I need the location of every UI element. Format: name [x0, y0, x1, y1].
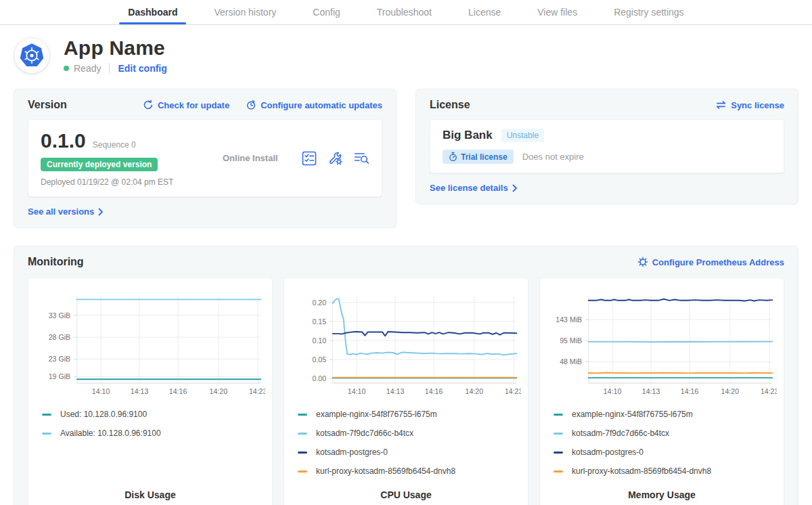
legend-color-dash	[554, 433, 563, 435]
tab-label: License	[468, 7, 501, 18]
license-card: License Sync license Big Bank Unstable	[415, 89, 798, 204]
app-title-block: App Name Ready Edit config	[64, 37, 167, 74]
sync-license-label: Sync license	[731, 100, 784, 110]
app-name: App Name	[64, 37, 167, 60]
legend-color-dash	[42, 433, 51, 435]
tab-dashboard[interactable]: Dashboard	[110, 0, 196, 24]
legend-color-dash	[298, 452, 307, 454]
legend-label: kotsadm-7f9dc7d66c-b4tcx	[572, 429, 669, 438]
version-card-actions: Check for update Configure automatic upd…	[143, 100, 382, 110]
status-text: Ready	[74, 63, 101, 74]
chevron-right-icon	[98, 208, 104, 216]
configure-prometheus-link[interactable]: Configure Prometheus Address	[637, 257, 784, 267]
currently-deployed-badge: Currently deployed version	[41, 158, 158, 171]
kubernetes-app-icon	[14, 37, 50, 74]
tab-label: Troubleshoot	[377, 7, 432, 18]
svg-text:14:16: 14:16	[681, 387, 699, 395]
legend-label: kotsadm-7f9dc7d66c-b4tcx	[316, 429, 413, 438]
license-panel: Big Bank Unstable Trial license Does not…	[430, 119, 784, 173]
svg-text:23 GiB: 23 GiB	[49, 355, 70, 363]
disk-usage-title: Disk Usage	[35, 485, 265, 505]
memory-usage-title: Memory Usage	[547, 485, 777, 505]
see-all-versions-label: See all versions	[28, 206, 94, 217]
tab-label: View files	[537, 7, 577, 18]
legend-item: example-nginx-54f8f76755-l675m	[298, 410, 521, 419]
legend-label: kotsadm-postgres-0	[316, 447, 388, 457]
svg-text:14:13: 14:13	[386, 387, 405, 395]
svg-text:95 MiB: 95 MiB	[560, 336, 582, 345]
tab-config[interactable]: Config	[294, 0, 358, 24]
see-license-details-link[interactable]: See license details	[430, 183, 518, 193]
install-type-label: Online Install	[193, 153, 302, 163]
legend-item: Used: 10.128.0.96:9100	[42, 410, 265, 419]
schedule-update-icon	[246, 100, 256, 110]
top-nav: Dashboard Version history Config Trouble…	[0, 0, 812, 25]
status-dot	[64, 66, 69, 71]
legend-color-dash	[298, 433, 307, 435]
svg-text:143 MiB: 143 MiB	[556, 315, 582, 324]
version-card-title: Version	[28, 99, 67, 111]
memory-usage-chart: 14:1014:1314:1614:2014:23143 MiB95 MiB48…	[547, 288, 777, 403]
monitoring-card: Monitoring Configure Prometheus Address	[14, 246, 798, 505]
see-license-details-label: See license details	[430, 183, 508, 193]
tab-license[interactable]: License	[450, 0, 519, 24]
sync-license-link[interactable]: Sync license	[715, 100, 784, 110]
tab-label: Dashboard	[128, 7, 177, 18]
svg-text:14:23: 14:23	[505, 387, 521, 395]
legend-item: kurl-proxy-kotsadm-8569fb6454-dnvh8	[554, 466, 777, 476]
svg-text:14:23: 14:23	[249, 387, 265, 395]
tab-registry-settings[interactable]: Registry settings	[595, 0, 702, 24]
tab-troubleshoot[interactable]: Troubleshoot	[359, 0, 450, 24]
legend-item: kotsadm-postgres-0	[554, 447, 777, 457]
svg-text:14:20: 14:20	[466, 387, 484, 395]
configure-automatic-updates-link[interactable]: Configure automatic updates	[246, 100, 382, 110]
tab-version-history[interactable]: Version history	[196, 0, 294, 24]
configure-automatic-updates-label: Configure automatic updates	[261, 100, 382, 110]
tab-view-files[interactable]: View files	[519, 0, 595, 24]
legend-label: kurl-proxy-kotsadm-8569fb6454-dnvh8	[572, 466, 711, 476]
svg-text:14:23: 14:23	[761, 387, 777, 395]
configure-prometheus-label: Configure Prometheus Address	[652, 257, 784, 267]
chevron-right-icon	[512, 184, 518, 192]
svg-text:14:13: 14:13	[642, 387, 660, 395]
license-card-title: License	[430, 99, 470, 111]
svg-text:33 GiB: 33 GiB	[49, 311, 70, 320]
legend-color-dash	[554, 452, 563, 454]
trial-license-badge: Trial license	[443, 150, 514, 164]
monitoring-title: Monitoring	[28, 256, 84, 268]
tab-label: Registry settings	[614, 7, 683, 18]
version-card-header: Version Check for update	[28, 99, 382, 111]
refresh-icon	[143, 100, 154, 110]
svg-text:14:10: 14:10	[604, 387, 622, 395]
license-card-header: License Sync license	[430, 99, 784, 111]
version-card: Version Check for update	[14, 89, 397, 228]
svg-text:14:20: 14:20	[721, 387, 740, 395]
edit-config-icon[interactable]	[328, 150, 343, 166]
svg-text:0.00: 0.00	[313, 374, 327, 382]
tab-label: Version history	[214, 7, 276, 18]
cpu-usage-chart-card: 14:1014:1314:1614:2014:230.200.150.100.0…	[284, 278, 528, 505]
svg-text:14:16: 14:16	[425, 387, 443, 395]
legend-label: example-nginx-54f8f76755-l675m	[316, 410, 437, 419]
svg-text:0.20: 0.20	[313, 299, 327, 307]
charts-row: 14:1014:1314:1614:2014:2333 GiB28 GiB23 …	[28, 278, 784, 505]
svg-text:0.05: 0.05	[313, 355, 327, 364]
chart-svg: 14:1014:1314:1614:2014:23143 MiB95 MiB48…	[547, 288, 777, 403]
check-for-update-link[interactable]: Check for update	[143, 100, 229, 110]
view-logs-icon[interactable]	[354, 151, 369, 165]
svg-text:14:10: 14:10	[92, 387, 110, 395]
legend-label: example-nginx-54f8f76755-l675m	[572, 410, 693, 419]
dashboard-page: App Name Ready Edit config Version	[0, 37, 812, 505]
legend-item: example-nginx-54f8f76755-l675m	[554, 410, 777, 419]
svg-text:0.15: 0.15	[313, 317, 327, 326]
preflight-checks-icon[interactable]	[302, 151, 317, 166]
edit-config-link[interactable]: Edit config	[118, 63, 166, 74]
legend-color-dash	[298, 470, 307, 473]
svg-text:0.10: 0.10	[313, 336, 327, 345]
legend-color-dash	[298, 414, 307, 416]
version-action-icons	[302, 150, 369, 166]
legend-label: Used: 10.128.0.96:9100	[60, 410, 147, 419]
see-all-versions-link[interactable]: See all versions	[28, 206, 104, 217]
svg-text:48 MiB: 48 MiB	[560, 357, 582, 366]
cards-row: Version Check for update	[14, 89, 798, 228]
